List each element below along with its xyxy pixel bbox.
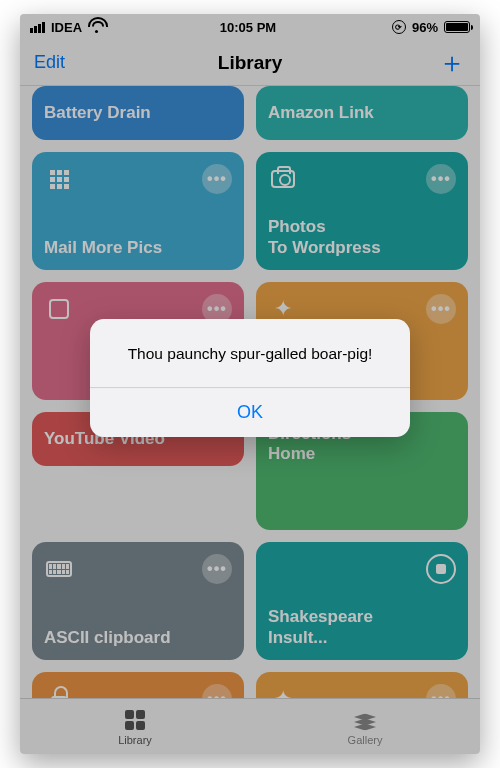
square-icon [49,299,69,319]
shortcut-card[interactable]: •••ASCII clipboard [32,542,244,660]
wifi-icon [88,21,104,33]
shortcut-card[interactable]: •••Mail More Pics [32,152,244,270]
shortcut-card[interactable]: ShakespeareInsult... [256,542,468,660]
card-title: ASCII clipboard [44,628,232,648]
alert-ok-button[interactable]: OK [90,388,410,437]
wand-icon: ✦ [274,686,292,698]
camera-icon [271,170,295,188]
keyboard-icon [46,561,72,577]
card-menu-button[interactable]: ••• [202,554,232,584]
rotation-lock-icon: ⟳ [392,20,406,34]
carrier-label: IDEA [51,20,82,35]
card-title: Battery Drain [44,103,232,123]
card-menu-button[interactable]: ••• [202,684,232,698]
shortcut-card[interactable]: •••PhotosTo Wordpress [256,152,468,270]
status-bar: IDEA 10:05 PM ⟳ 96% [20,14,480,40]
library-icon [125,710,145,730]
alert-dialog: Thou paunchy spur-galled boar-pig! OK [90,319,410,437]
shortcut-card[interactable]: ✦••• [256,672,468,698]
card-menu-button[interactable]: ••• [202,164,232,194]
card-title: Amazon Link [268,103,456,123]
card-menu-button[interactable]: ••• [426,684,456,698]
gallery-icon [354,711,376,729]
add-button[interactable]: ＋ [438,49,466,77]
shortcut-card[interactable]: Battery Drain [32,86,244,140]
card-menu-button[interactable]: ••• [426,294,456,324]
wand-icon: ✦ [274,296,292,322]
card-menu-button[interactable]: ••• [426,164,456,194]
battery-percent: 96% [412,20,438,35]
tab-gallery-label: Gallery [348,734,383,746]
nav-bar: Edit Library ＋ [20,40,480,86]
edit-button[interactable]: Edit [34,52,65,73]
tab-gallery[interactable]: Gallery [250,699,480,754]
battery-icon [444,21,470,33]
clock: 10:05 PM [220,20,276,35]
card-title: Mail More Pics [44,238,232,258]
card-title: ShakespeareInsult... [268,607,456,648]
tab-library[interactable]: Library [20,699,250,754]
signal-icon [30,22,45,33]
alert-message: Thou paunchy spur-galled boar-pig! [90,319,410,387]
page-title: Library [20,52,480,74]
grid-icon [50,170,69,189]
tab-library-label: Library [118,734,152,746]
tab-bar: Library Gallery [20,698,480,754]
shortcut-card[interactable]: Amazon Link [256,86,468,140]
shortcut-card[interactable]: ••• [32,672,244,698]
stop-run-icon[interactable] [426,554,456,584]
card-title: PhotosTo Wordpress [268,217,456,258]
